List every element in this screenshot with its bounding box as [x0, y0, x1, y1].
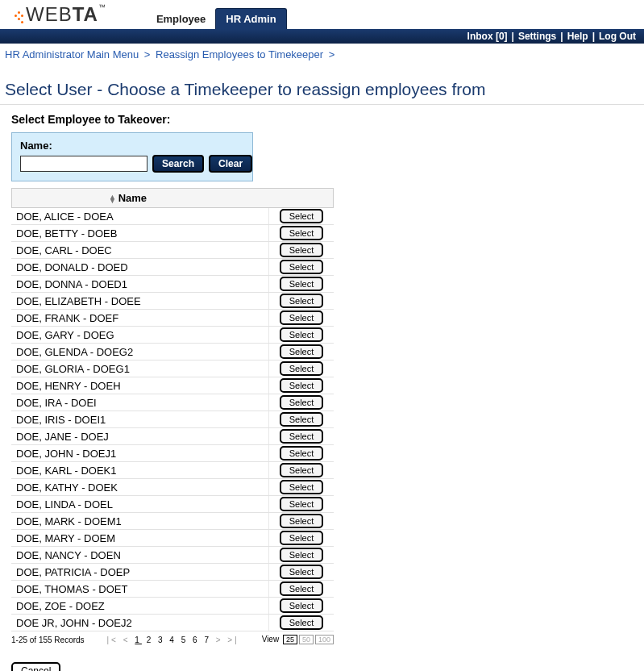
page-number[interactable]: 2 — [147, 636, 154, 644]
table-row: DOE, BETTY - DOEBSelect — [11, 225, 334, 242]
breadcrumb-item[interactable]: Reassign Employees to Timekeeper — [156, 48, 323, 60]
select-button[interactable]: Select — [280, 310, 323, 325]
select-cell: Select — [269, 378, 334, 393]
select-cell: Select — [269, 548, 334, 562]
search-panel: Name: Search Clear — [11, 132, 253, 181]
app-header: WEBTA™ EmployeeHR Admin — [0, 0, 644, 29]
select-cell: Select — [269, 446, 334, 461]
select-button[interactable]: Select — [280, 497, 323, 511]
select-button[interactable]: Select — [280, 327, 323, 342]
employee-name-cell: DOE, ALICE - DOEA — [11, 208, 269, 224]
page-size-option[interactable]: 25 — [283, 635, 297, 644]
page-first-icon[interactable]: |< — [106, 636, 118, 644]
page-number[interactable]: 5 — [181, 636, 189, 644]
search-button[interactable]: Search — [152, 155, 204, 173]
table-row: DOE, KATHY - DOEKSelect — [11, 479, 334, 496]
select-button[interactable]: Select — [280, 429, 323, 444]
settings-link[interactable]: Settings — [518, 31, 556, 42]
select-button[interactable]: Select — [280, 531, 323, 545]
page-number[interactable]: 4 — [169, 636, 177, 644]
table-row: DOE, JANE - DOEJSelect — [11, 428, 334, 445]
select-cell: Select — [269, 514, 334, 528]
page-size-option[interactable]: 50 — [299, 635, 314, 644]
table-row: DOE, CARL - DOECSelect — [11, 242, 334, 259]
select-cell: Select — [269, 429, 334, 444]
select-button[interactable]: Select — [280, 581, 323, 596]
cancel-button[interactable]: Cancel — [11, 662, 60, 671]
page-size-controls: View 2550100 — [262, 635, 334, 644]
select-button[interactable]: Select — [280, 548, 323, 562]
clear-button[interactable]: Clear — [209, 155, 252, 173]
select-cell: Select — [269, 581, 334, 596]
records-count: 1-25 of 155 Records — [11, 636, 85, 644]
breadcrumb-item[interactable]: HR Administrator Main Menu — [5, 48, 139, 60]
employee-name-cell: DOE, JOHN - DOEJ1 — [11, 445, 269, 461]
select-button[interactable]: Select — [280, 412, 323, 427]
table-row: DOE, JOHN - DOEJ1Select — [11, 445, 334, 462]
select-button[interactable]: Select — [280, 260, 323, 274]
employee-name-cell: DOE, GLENDA - DOEG2 — [11, 344, 269, 360]
employee-name-cell: DOE, IRA - DOEI — [11, 394, 269, 411]
employee-table: ▲▼ Name DOE, ALICE - DOEASelectDOE, BETT… — [11, 188, 334, 631]
column-header-name[interactable]: ▲▼ Name — [12, 189, 270, 207]
table-row: DOE, GARY - DOEGSelect — [11, 327, 334, 344]
select-cell: Select — [269, 497, 334, 511]
page-number[interactable]: 7 — [204, 636, 211, 644]
select-button[interactable]: Select — [280, 480, 323, 494]
inbox-link[interactable]: Inbox [0] — [467, 31, 508, 42]
select-cell: Select — [269, 615, 334, 630]
select-button[interactable]: Select — [280, 277, 323, 291]
nav-tab-hr-admin[interactable]: HR Admin — [215, 8, 286, 29]
table-row: DOE, GLORIA - DOEG1Select — [11, 361, 334, 377]
section-subtitle: Select Employee to Takeover: — [0, 105, 644, 132]
select-button[interactable]: Select — [280, 378, 323, 393]
table-row: DOE, DONNA - DOED1Select — [11, 276, 334, 293]
table-row: DOE, GLENDA - DOEG2Select — [11, 344, 334, 361]
logout-link[interactable]: Log Out — [599, 31, 636, 42]
select-cell: Select — [269, 361, 334, 376]
name-search-input[interactable] — [20, 156, 147, 172]
select-button[interactable]: Select — [280, 565, 323, 579]
nav-tab-employee[interactable]: Employee — [147, 9, 215, 29]
employee-name-cell: DOE, MARK - DOEM1 — [11, 513, 269, 529]
sort-icon[interactable]: ▲▼ — [109, 195, 115, 203]
select-cell: Select — [269, 277, 334, 291]
select-cell: Select — [269, 565, 334, 579]
select-cell: Select — [269, 598, 334, 613]
separator: | — [592, 31, 595, 42]
select-button[interactable]: Select — [280, 514, 323, 528]
page-next-icon[interactable]: > — [216, 636, 223, 644]
employee-name-cell: DOE, FRANK - DOEF — [11, 310, 269, 326]
page-number[interactable]: 3 — [158, 636, 165, 644]
page-last-icon[interactable]: >| — [227, 636, 239, 644]
separator: | — [560, 31, 563, 42]
table-row: DOE, LINDA - DOELSelect — [11, 496, 334, 513]
select-button[interactable]: Select — [280, 463, 323, 477]
select-cell: Select — [269, 463, 334, 477]
page-prev-icon[interactable]: < — [123, 636, 131, 644]
page-number[interactable]: 1 — [135, 636, 142, 644]
page-size-option[interactable]: 100 — [315, 635, 334, 644]
select-cell: Select — [269, 209, 334, 223]
select-button[interactable]: Select — [280, 243, 323, 257]
help-link[interactable]: Help — [567, 31, 588, 42]
select-button[interactable]: Select — [280, 344, 323, 359]
page-number[interactable]: 6 — [193, 636, 200, 644]
logo-text-1: WEB — [26, 3, 73, 25]
table-row: DOE, KARL - DOEK1Select — [11, 462, 334, 479]
select-button[interactable]: Select — [280, 361, 323, 376]
select-cell: Select — [269, 226, 334, 240]
select-button[interactable]: Select — [280, 226, 323, 240]
table-row: DOE, MARK - DOEM1Select — [11, 513, 334, 530]
employee-name-cell: DOE, LINDA - DOEL — [11, 496, 269, 512]
select-cell: Select — [269, 344, 334, 359]
select-button[interactable]: Select — [280, 209, 323, 223]
table-row: DOE, FRANK - DOEFSelect — [11, 310, 334, 327]
select-button[interactable]: Select — [280, 446, 323, 461]
select-button[interactable]: Select — [280, 615, 323, 630]
logo-tm: ™ — [98, 3, 106, 11]
employee-name-cell: DOE, CARL - DOEC — [11, 242, 269, 258]
select-button[interactable]: Select — [280, 598, 323, 613]
select-button[interactable]: Select — [280, 294, 323, 308]
select-button[interactable]: Select — [280, 395, 323, 410]
